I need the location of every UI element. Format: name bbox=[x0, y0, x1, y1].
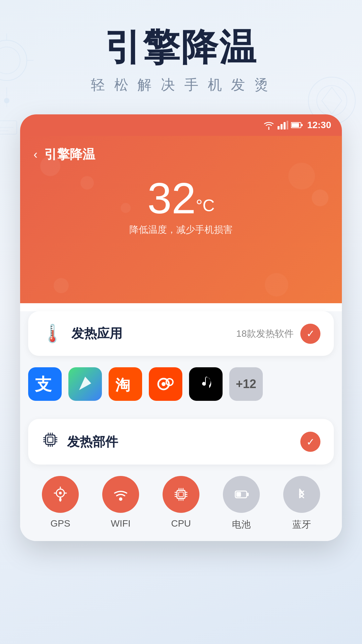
hot-apps-meta: 18款发热软件 bbox=[236, 327, 294, 340]
temp-value: 32 bbox=[147, 174, 196, 223]
component-battery[interactable]: 电池 bbox=[223, 476, 260, 531]
app-header: ‹ 引擎降温 32°C 降低温度，减少手机损害 bbox=[20, 136, 342, 303]
kuaishou-icon bbox=[149, 367, 182, 401]
app-nav: ‹ 引擎降温 bbox=[34, 146, 328, 163]
app-taobao[interactable]: 淘 bbox=[109, 367, 142, 401]
hot-components-title: 发热部件 bbox=[67, 433, 118, 450]
wifi-circle bbox=[102, 476, 139, 513]
cpu-label: CPU bbox=[171, 518, 191, 529]
apps-row: 支 淘 bbox=[20, 364, 342, 411]
bluetooth-label: 蓝牙 bbox=[292, 518, 311, 531]
battery-circle bbox=[223, 476, 260, 513]
feishu-icon bbox=[68, 367, 102, 401]
gps-label: GPS bbox=[50, 518, 70, 529]
svg-point-45 bbox=[59, 492, 62, 494]
hot-apps-left: 🌡️ 发热应用 bbox=[42, 323, 122, 344]
app-feishu[interactable] bbox=[68, 367, 102, 401]
svg-rect-19 bbox=[284, 122, 286, 129]
component-wifi[interactable]: WIFI bbox=[102, 476, 139, 531]
more-apps-icon: +12 bbox=[229, 367, 263, 401]
svg-rect-67 bbox=[247, 493, 249, 496]
svg-point-29 bbox=[162, 382, 166, 386]
app-kuaishou[interactable] bbox=[149, 367, 182, 401]
thermometer-icon: 🌡️ bbox=[42, 323, 63, 344]
svg-text:支: 支 bbox=[35, 375, 52, 394]
bluetooth-circle bbox=[283, 476, 320, 513]
svg-rect-20 bbox=[287, 121, 288, 129]
hot-apps-card: 🌡️ 发热应用 18款发热软件 ✓ bbox=[28, 311, 334, 356]
alipay-icon: 支 bbox=[28, 367, 62, 401]
gps-circle bbox=[42, 476, 79, 513]
component-bluetooth[interactable]: 蓝牙 bbox=[283, 476, 320, 531]
hot-components-check[interactable]: ✓ bbox=[300, 432, 320, 452]
app-alipay[interactable]: 支 bbox=[28, 367, 62, 401]
wifi-label: WIFI bbox=[111, 518, 130, 529]
temp-description: 降低温度，减少手机损害 bbox=[34, 223, 328, 236]
phone-mockup: 12:30 ‹ 引擎降温 32°C 降低温度，减少手机损害 bbox=[20, 114, 342, 541]
svg-rect-18 bbox=[281, 124, 283, 129]
battery-label: 电池 bbox=[232, 518, 251, 531]
hot-apps-check[interactable]: ✓ bbox=[300, 324, 320, 344]
phone-content: 🌡️ 发热应用 18款发热软件 ✓ 支 bbox=[20, 311, 342, 541]
svg-rect-51 bbox=[177, 490, 185, 498]
hot-apps-title: 发热应用 bbox=[71, 325, 122, 342]
status-bar: 12:30 bbox=[20, 114, 342, 136]
app-douyin[interactable] bbox=[189, 367, 223, 401]
taobao-icon: 淘 bbox=[109, 367, 142, 401]
temperature-display: 32°C 降低温度，减少手机损害 bbox=[34, 176, 328, 236]
hero-section: 引擎降温 轻 松 解 决 手 机 发 烫 bbox=[13, 27, 349, 94]
hot-components-left: 发热部件 bbox=[42, 431, 118, 452]
hot-apps-header: 🌡️ 发热应用 18款发热软件 ✓ bbox=[42, 323, 320, 344]
status-icons bbox=[263, 120, 303, 130]
svg-rect-17 bbox=[278, 126, 280, 129]
svg-marker-25 bbox=[79, 377, 91, 390]
component-gps[interactable]: GPS bbox=[42, 476, 79, 531]
hero-subtitle: 轻 松 解 决 手 机 发 烫 bbox=[13, 75, 349, 94]
svg-rect-30 bbox=[46, 435, 55, 444]
svg-text:淘: 淘 bbox=[115, 377, 130, 393]
status-time: 12:30 bbox=[307, 120, 331, 130]
svg-rect-22 bbox=[292, 123, 299, 127]
svg-rect-52 bbox=[179, 492, 183, 497]
cpu-circle bbox=[163, 476, 199, 513]
svg-rect-23 bbox=[301, 124, 303, 126]
douyin-icon bbox=[189, 367, 223, 401]
component-cpu[interactable]: CPU bbox=[163, 476, 199, 531]
hot-components-card: 发热部件 ✓ bbox=[28, 419, 334, 465]
components-row: GPS WIFI bbox=[20, 473, 342, 541]
svg-rect-66 bbox=[236, 492, 241, 497]
temp-unit: °C bbox=[196, 196, 215, 215]
svg-rect-31 bbox=[48, 437, 53, 442]
back-arrow[interactable]: ‹ bbox=[34, 148, 38, 162]
svg-point-50 bbox=[119, 497, 122, 501]
hot-components-header: 发热部件 ✓ bbox=[42, 431, 320, 452]
hero-title: 引擎降温 bbox=[13, 27, 349, 67]
chip-icon bbox=[42, 431, 59, 452]
app-more[interactable]: +12 bbox=[229, 367, 263, 401]
